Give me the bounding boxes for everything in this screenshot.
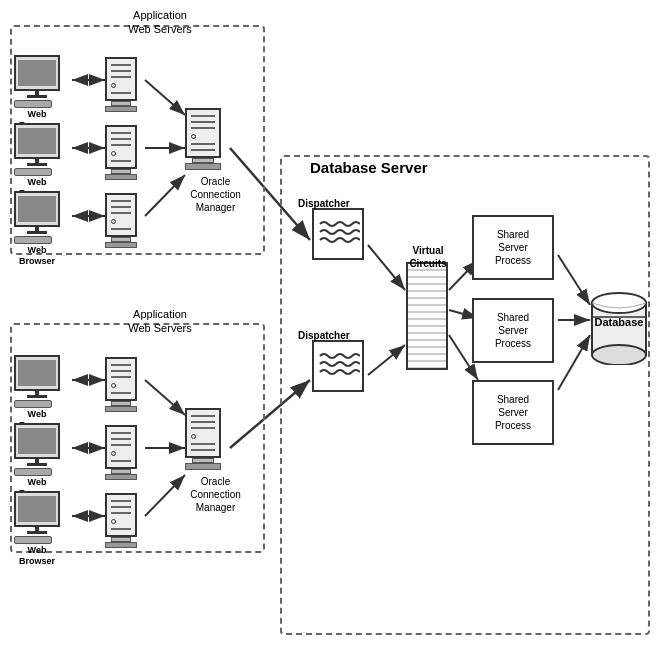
virtual-circuits-box — [406, 262, 448, 370]
svg-point-26 — [592, 345, 646, 365]
database-icon: Database — [588, 285, 650, 367]
dispatcher-2-label: Dispatcher — [298, 329, 348, 342]
shared-server-2-box: SharedServerProcess — [472, 298, 554, 363]
top-browser-3: WebBrowser — [14, 191, 60, 267]
top-app-server-3 — [105, 193, 137, 248]
bottom-ocm-server — [185, 408, 221, 470]
bottom-browser-3-label: WebBrowser — [14, 545, 60, 567]
top-browser-1: WebBrowser — [14, 55, 60, 131]
top-ocm-server — [185, 108, 221, 170]
bottom-browser-1: WebBrowser — [14, 355, 60, 431]
virtual-circuits-label: VirtualCircuits — [398, 244, 458, 270]
top-browser-3-label: WebBrowser — [14, 245, 60, 267]
dispatcher-1-icon — [312, 208, 364, 260]
database-server-label: Database Server — [310, 158, 428, 178]
dispatcher-1-label: Dispatcher — [298, 197, 348, 210]
bottom-app-server-3 — [105, 493, 137, 548]
diagram: ApplicationWeb Servers WebBrowser WebBro… — [0, 0, 663, 662]
bottom-app-servers-label: ApplicationWeb Servers — [110, 307, 210, 336]
bottom-browser-2: WebBrowser — [14, 423, 60, 499]
top-app-server-1 — [105, 57, 137, 112]
top-app-server-2 — [105, 125, 137, 180]
svg-point-27 — [592, 293, 646, 313]
bottom-browser-3: WebBrowser — [14, 491, 60, 567]
database-text-label: Database — [593, 315, 645, 329]
dispatcher-2-icon — [312, 340, 364, 392]
bottom-app-server-2 — [105, 425, 137, 480]
bottom-app-server-1 — [105, 357, 137, 412]
top-app-servers-label: ApplicationWeb Servers — [110, 8, 210, 37]
bottom-ocm-label: OracleConnectionManager — [183, 475, 248, 514]
top-ocm-label: OracleConnectionManager — [183, 175, 248, 214]
shared-server-1-box: SharedServerProcess — [472, 215, 554, 280]
shared-server-3-box: SharedServerProcess — [472, 380, 554, 445]
top-browser-2: WebBrowser — [14, 123, 60, 199]
